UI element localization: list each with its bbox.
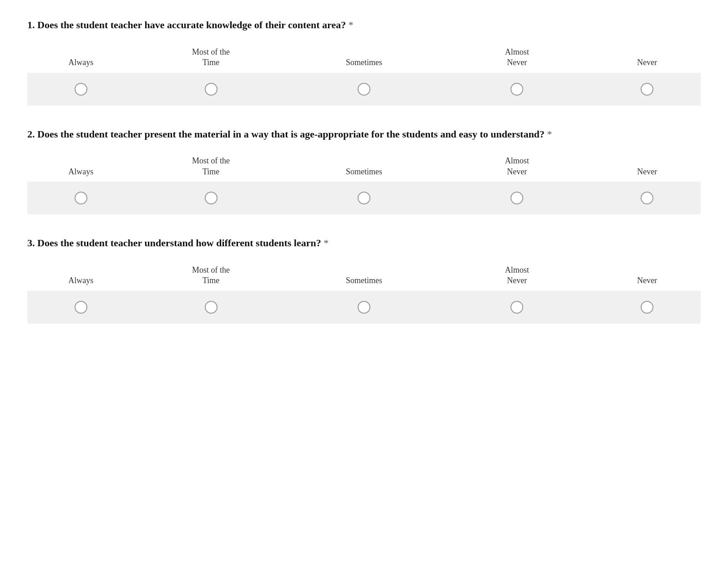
q1-col-almost-never-label: AlmostNever bbox=[440, 43, 593, 73]
question-1: 1. Does the student teacher have accurat… bbox=[27, 18, 701, 106]
q2-sometimes-cell bbox=[288, 182, 440, 214]
question-2-radio-row bbox=[27, 182, 701, 214]
q1-sometimes-radio[interactable] bbox=[358, 83, 370, 96]
q3-never-cell bbox=[594, 291, 701, 324]
q2-always-cell bbox=[27, 182, 134, 214]
question-3-radio-row bbox=[27, 291, 701, 324]
q2-col-always-label: Always bbox=[27, 152, 134, 182]
q1-never-cell bbox=[594, 73, 701, 106]
q2-always-radio[interactable] bbox=[75, 192, 87, 204]
q3-col-almost-never-label: AlmostNever bbox=[440, 261, 593, 291]
question-1-radio-row bbox=[27, 73, 701, 106]
q2-most-cell bbox=[134, 182, 287, 214]
q3-most-cell bbox=[134, 291, 287, 324]
q1-col-always-label: Always bbox=[27, 43, 134, 73]
q2-col-most-label: Most of theTime bbox=[134, 152, 287, 182]
q3-always-radio[interactable] bbox=[75, 301, 87, 314]
q1-most-radio[interactable] bbox=[205, 83, 217, 96]
q3-most-radio[interactable] bbox=[205, 301, 217, 314]
q3-sometimes-radio[interactable] bbox=[358, 301, 370, 314]
question-1-required: * bbox=[349, 19, 354, 30]
q2-never-cell bbox=[594, 182, 701, 214]
q1-col-most-label: Most of theTime bbox=[134, 43, 287, 73]
question-2: 2. Does the student teacher present the … bbox=[27, 127, 701, 215]
question-3-required: * bbox=[324, 237, 329, 249]
q3-col-never-label: Never bbox=[594, 261, 701, 291]
q1-always-cell bbox=[27, 73, 134, 106]
q2-almost-never-radio[interactable] bbox=[511, 192, 523, 204]
q2-most-radio[interactable] bbox=[205, 192, 217, 204]
question-3-rating-table: Always Most of theTime Sometimes AlmostN… bbox=[27, 261, 701, 324]
q2-sometimes-radio[interactable] bbox=[358, 192, 370, 204]
question-2-rating-table: Always Most of theTime Sometimes AlmostN… bbox=[27, 152, 701, 214]
q1-most-cell bbox=[134, 73, 287, 106]
q2-col-almost-never-label: AlmostNever bbox=[440, 152, 593, 182]
question-1-rating-table: Always Most of theTime Sometimes AlmostN… bbox=[27, 43, 701, 106]
q3-col-sometimes-label: Sometimes bbox=[288, 261, 440, 291]
question-3-header-row: Always Most of theTime Sometimes AlmostN… bbox=[27, 261, 701, 291]
q3-col-most-label: Most of theTime bbox=[134, 261, 287, 291]
question-3-text: 3. Does the student teacher understand h… bbox=[27, 236, 701, 250]
q3-almost-never-cell bbox=[440, 291, 593, 324]
q2-col-sometimes-label: Sometimes bbox=[288, 152, 440, 182]
question-1-text: 1. Does the student teacher have accurat… bbox=[27, 18, 701, 32]
q3-col-always-label: Always bbox=[27, 261, 134, 291]
q3-never-radio[interactable] bbox=[641, 301, 653, 314]
q1-almost-never-radio[interactable] bbox=[511, 83, 523, 96]
question-1-header-row: Always Most of theTime Sometimes AlmostN… bbox=[27, 43, 701, 73]
q3-sometimes-cell bbox=[288, 291, 440, 324]
q3-almost-never-radio[interactable] bbox=[511, 301, 523, 314]
q3-always-cell bbox=[27, 291, 134, 324]
q1-col-never-label: Never bbox=[594, 43, 701, 73]
q2-col-never-label: Never bbox=[594, 152, 701, 182]
q2-never-radio[interactable] bbox=[641, 192, 653, 204]
q1-never-radio[interactable] bbox=[641, 83, 653, 96]
q2-almost-never-cell bbox=[440, 182, 593, 214]
q1-always-radio[interactable] bbox=[75, 83, 87, 96]
q1-sometimes-cell bbox=[288, 73, 440, 106]
question-2-required: * bbox=[547, 128, 552, 140]
question-3: 3. Does the student teacher understand h… bbox=[27, 236, 701, 324]
question-2-text: 2. Does the student teacher present the … bbox=[27, 127, 701, 142]
question-2-header-row: Always Most of theTime Sometimes AlmostN… bbox=[27, 152, 701, 182]
q1-almost-never-cell bbox=[440, 73, 593, 106]
q1-col-sometimes-label: Sometimes bbox=[288, 43, 440, 73]
